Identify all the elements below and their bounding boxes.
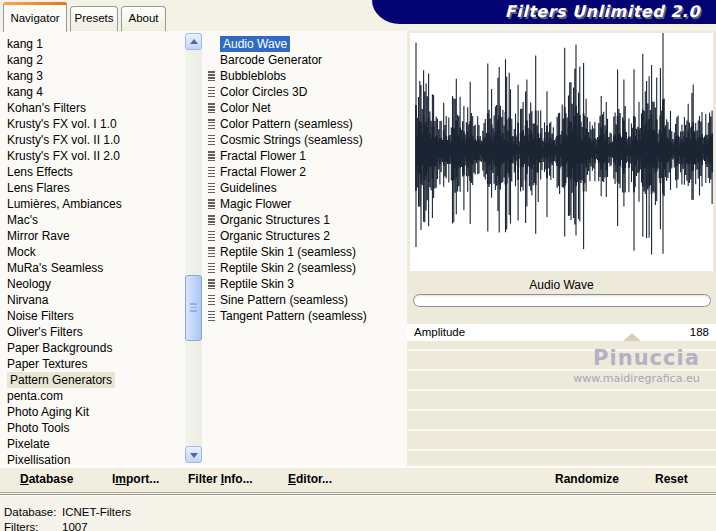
category-item[interactable]: Lens Flares: [0, 180, 184, 196]
scrollbar-down-button[interactable]: [185, 446, 202, 463]
scrollbar-thumb[interactable]: [185, 275, 202, 341]
filter-bitmap-icon: [208, 247, 215, 257]
category-item[interactable]: Krusty's FX vol. II 2.0: [0, 148, 184, 164]
filter-item[interactable]: Bubbleblobs: [205, 68, 405, 84]
filter-item[interactable]: Magic Flower: [205, 196, 405, 212]
filter-item[interactable]: Fractal Flower 2: [205, 164, 405, 180]
filter-item[interactable]: Color Net: [205, 100, 405, 116]
filter-item[interactable]: Organic Structures 2: [205, 228, 405, 244]
category-item[interactable]: Kohan's Filters: [0, 100, 184, 116]
category-item[interactable]: Pattern Generators: [0, 372, 184, 388]
tab-about[interactable]: About: [121, 6, 166, 31]
tab-presets[interactable]: Presets: [70, 6, 118, 31]
category-item[interactable]: MuRa's Seamless: [0, 260, 184, 276]
filter-item[interactable]: Barcode Generator: [205, 52, 405, 68]
selected-filter-name: Audio Wave: [407, 278, 716, 292]
amplitude-slider-thumb[interactable]: [623, 333, 641, 341]
category-item[interactable]: Lumières, Ambiances: [0, 196, 184, 212]
category-item[interactable]: Oliver's Filters: [0, 324, 184, 340]
category-item[interactable]: kang 1: [0, 36, 184, 52]
filter-item[interactable]: Reptile Skin 3: [205, 276, 405, 292]
category-item[interactable]: Photo Tools: [0, 420, 184, 436]
category-item-label: Krusty's FX vol. II 1.0: [7, 132, 120, 148]
filter-bitmap-icon: [208, 103, 215, 113]
filter-item[interactable]: Sine Pattern (seamless): [205, 292, 405, 308]
filter-bitmap-icon: [208, 231, 215, 241]
category-item[interactable]: Paper Backgrounds: [0, 340, 184, 356]
category-item-label: Paper Textures: [7, 356, 88, 372]
category-item[interactable]: Pixelate: [0, 436, 184, 452]
category-item[interactable]: Krusty's FX vol. I 1.0: [0, 116, 184, 132]
category-item-label: kang 4: [7, 84, 43, 100]
category-item[interactable]: Pixellisation: [0, 452, 184, 466]
tab-navigator-label: Navigator: [10, 12, 59, 24]
app-title: Filters Unlimited 2.0: [505, 2, 700, 21]
category-item[interactable]: Lens Effects: [0, 164, 184, 180]
randomize-button[interactable]: Randomize: [555, 472, 619, 486]
category-item-label: Lens Flares: [7, 180, 70, 196]
bottom-toolbar: Database Import... Filter Info... Editor…: [0, 466, 716, 493]
category-item-label: Neology: [7, 276, 51, 292]
category-item[interactable]: Krusty's FX vol. II 1.0: [0, 132, 184, 148]
category-item[interactable]: Mac's: [0, 212, 184, 228]
tab-navigator[interactable]: Navigator: [3, 2, 67, 32]
filter-item-label: Color Pattern (seamless): [220, 116, 353, 132]
category-item[interactable]: kang 3: [0, 68, 184, 84]
filter-item-label: Color Circles 3D: [220, 84, 307, 100]
category-list[interactable]: kang 1kang 2kang 3kang 4Kohan's FiltersK…: [0, 36, 184, 466]
filter-list[interactable]: Audio WaveBarcode GeneratorBubbleblobsCo…: [205, 36, 405, 466]
tab-presets-label: Presets: [75, 12, 114, 24]
import-button[interactable]: Import...: [112, 472, 159, 486]
category-item-label: kang 2: [7, 52, 43, 68]
filter-bitmap-icon: [208, 215, 215, 225]
filter-bitmap-icon: [208, 119, 215, 129]
database-button[interactable]: Database: [20, 472, 73, 486]
category-item[interactable]: Noise Filters: [0, 308, 184, 324]
category-item[interactable]: kang 2: [0, 52, 184, 68]
filter-item[interactable]: Audio Wave: [205, 36, 405, 52]
filter-item[interactable]: Color Circles 3D: [205, 84, 405, 100]
category-item-label: Oliver's Filters: [7, 324, 83, 340]
filter-item-label: Fractal Flower 1: [220, 148, 306, 164]
category-list-scrollbar[interactable]: [185, 33, 202, 463]
filter-item[interactable]: Color Pattern (seamless): [205, 116, 405, 132]
category-item[interactable]: Mirror Rave: [0, 228, 184, 244]
filter-item-label: Organic Structures 2: [220, 228, 330, 244]
filter-bitmap-icon: [208, 263, 215, 273]
reset-button[interactable]: Reset: [655, 472, 688, 486]
category-item-label: Kohan's Filters: [7, 100, 86, 116]
filter-item[interactable]: Reptile Skin 1 (seamless): [205, 244, 405, 260]
category-item-label: Noise Filters: [7, 308, 74, 324]
status-database-label: Database:: [4, 506, 56, 518]
filter-item-label: Audio Wave: [220, 36, 290, 52]
filter-controls-panel: Audio Wave Amplitude 188 Pinuccia www.ma…: [407, 31, 716, 466]
filter-item[interactable]: Organic Structures 1: [205, 212, 405, 228]
editor-button[interactable]: Editor...: [288, 472, 332, 486]
navigator-page: kang 1kang 2kang 3kang 4Kohan's FiltersK…: [0, 31, 716, 466]
amplitude-slider[interactable]: Amplitude 188: [407, 324, 716, 341]
category-item[interactable]: Photo Aging Kit: [0, 404, 184, 420]
category-item[interactable]: kang 4: [0, 84, 184, 100]
filter-bitmap-icon: [208, 199, 215, 209]
filter-item[interactable]: Cosmic Strings (seamless): [205, 132, 405, 148]
status-filters-value: 1007: [62, 521, 88, 531]
category-item[interactable]: Neology: [0, 276, 184, 292]
filter-item-label: Reptile Skin 1 (seamless): [220, 244, 356, 260]
filter-item-label: Organic Structures 1: [220, 212, 330, 228]
category-item[interactable]: Nirvana: [0, 292, 184, 308]
category-item-label: Krusty's FX vol. I 1.0: [7, 116, 117, 132]
filter-item[interactable]: Reptile Skin 2 (seamless): [205, 260, 405, 276]
filter-item[interactable]: Guidelines: [205, 180, 405, 196]
category-item-label: Mirror Rave: [7, 228, 70, 244]
category-item-label: Nirvana: [7, 292, 48, 308]
filter-info-button[interactable]: Filter Info...: [188, 472, 253, 486]
filter-item[interactable]: Fractal Flower 1: [205, 148, 405, 164]
title-banner: Filters Unlimited 2.0: [372, 0, 716, 24]
category-item[interactable]: Mock: [0, 244, 184, 260]
category-item[interactable]: Paper Textures: [0, 356, 184, 372]
filter-bitmap-icon: [208, 295, 215, 305]
filter-item-label: Fractal Flower 2: [220, 164, 306, 180]
category-item[interactable]: penta.com: [0, 388, 184, 404]
scrollbar-up-button[interactable]: [185, 33, 202, 50]
filter-item[interactable]: Tangent Pattern (seamless): [205, 308, 405, 324]
